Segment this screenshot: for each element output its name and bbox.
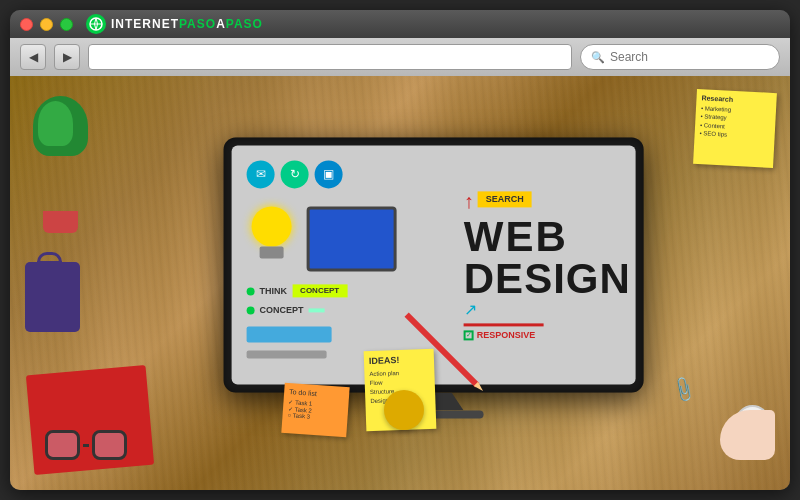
screen-icon: ▣ [315,160,343,188]
address-bar[interactable] [88,44,572,70]
blue-bar [247,326,332,342]
search-bar-screen: SEARCH [478,191,532,207]
think-yellow-bar: CONCEPT [292,284,347,297]
hand-mouse-area [705,380,785,460]
web-text: WEB [464,216,631,258]
refresh-icon: ↻ [281,160,309,188]
think-label: THINK CONCEPT [247,284,439,297]
search-bar-container: 🔍 [580,44,780,70]
maximize-button[interactable] [60,18,73,31]
logo-icon [86,14,106,34]
forward-button[interactable]: ▶ [54,44,80,70]
hand-shape [720,410,775,460]
browser-window: INTERNETPASOAPASO ◀ ▶ 🔍 [10,10,790,490]
sticky-research: Research • Marketing • Strategy • Conten… [693,89,777,168]
concept-yellow-bar [309,308,325,312]
main-image: ✉ ↻ ▣ [10,76,790,490]
sticky-todo: To do list ✓ Task 1✓ Task 2○ Task 3 [281,383,349,437]
web-design-text: WEB DESIGN [464,216,631,300]
design-text: DESIGN [464,258,631,300]
glasses [45,430,127,460]
arrow-up-icon: ↑ [464,190,474,213]
screen-right: ↑ SEARCH WEB DESIGN ↗ ✓ RESPO [454,145,636,384]
lightbulb [247,206,297,266]
screen-top-icons: ✉ ↻ ▣ [247,160,439,188]
concept-dot [247,306,255,314]
nav-bar: ◀ ▶ 🔍 [10,38,790,76]
search-input[interactable] [610,50,769,64]
glasses-bridge [83,444,89,447]
close-button[interactable] [20,18,33,31]
bag-handle [37,252,62,264]
back-button[interactable]: ◀ [20,44,46,70]
bulb-base [260,246,284,258]
responsive-row: ✓ RESPONSIVE [464,330,536,340]
bulb-top [252,206,292,246]
plant [30,96,90,176]
glasses-lens-right [92,430,127,460]
think-dot [247,287,255,295]
search-icon: 🔍 [591,51,605,64]
email-icon: ✉ [247,160,275,188]
plant-leaves [33,96,88,156]
checkbox-icon: ✓ [464,330,474,340]
bag-object [25,262,80,332]
content-area: ✉ ↻ ▣ [10,76,790,490]
glasses-frame [45,430,127,460]
plant-pot [43,211,78,233]
glasses-lens-left [45,430,80,460]
red-underline [464,323,544,326]
gray-bar [247,350,327,358]
minimize-button[interactable] [40,18,53,31]
logo-text: INTERNETPASOAPASO [111,17,263,31]
logo-area: INTERNETPASOAPASO [86,14,263,34]
mini-monitor [307,206,397,271]
title-bar: INTERNETPASOAPASO [10,10,790,38]
cursor-icon: ↗ [464,300,477,319]
